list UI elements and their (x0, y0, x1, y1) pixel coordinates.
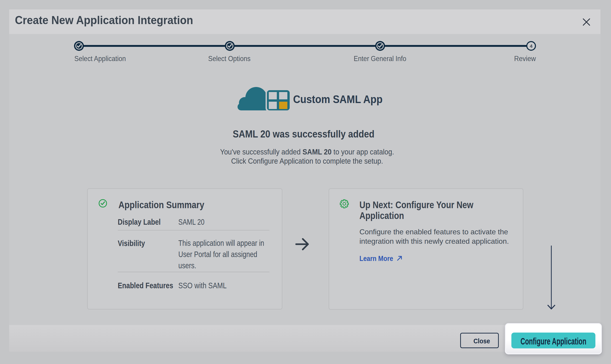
svg-text:4: 4 (530, 43, 533, 49)
